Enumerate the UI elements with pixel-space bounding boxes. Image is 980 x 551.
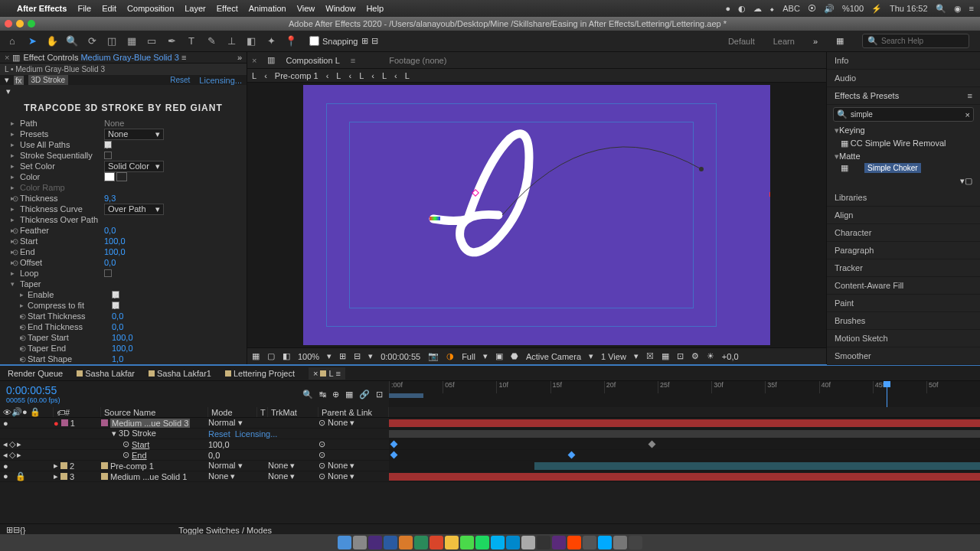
- spotlight-icon[interactable]: 🔍: [936, 4, 946, 14]
- timecode-display[interactable]: 0:00:00:55: [381, 352, 420, 361]
- tl-tool-icon[interactable]: ⊡: [376, 390, 383, 399]
- prop-checkbox[interactable]: ✓: [112, 302, 119, 309]
- stopwatch-icon[interactable]: ⊙: [122, 450, 129, 460]
- prev-kf-icon[interactable]: ◂: [3, 450, 8, 460]
- snapshot-icon[interactable]: 📷: [428, 351, 439, 361]
- vb-icon[interactable]: ☒: [646, 351, 654, 361]
- panel-effects-presets[interactable]: Effects & Presets: [835, 91, 899, 100]
- panel-tracker[interactable]: Tracker: [827, 259, 980, 277]
- close-tab-icon[interactable]: ×: [5, 53, 9, 62]
- vb-icon[interactable]: ⚙: [691, 351, 699, 361]
- resolution-select[interactable]: Full: [462, 352, 475, 361]
- layer-name[interactable]: Medium ...ue Solid 3: [110, 419, 190, 428]
- prop-name[interactable]: End: [132, 451, 147, 460]
- prop-value[interactable]: 100,0: [104, 236, 126, 246]
- snap-opt-icon[interactable]: ⊟: [371, 36, 378, 46]
- close-button[interactable]: [5, 20, 12, 28]
- alpha-icon[interactable]: ▦: [252, 351, 260, 361]
- tab-comp-active[interactable]: L: [328, 369, 333, 378]
- snapping-checkbox[interactable]: [309, 36, 319, 46]
- fx-badge-icon[interactable]: fx: [14, 76, 24, 85]
- ruler-tick[interactable]: 15f: [550, 381, 604, 393]
- view-layout[interactable]: 1 View: [601, 352, 626, 361]
- eye-icon[interactable]: 👁: [3, 408, 11, 417]
- siri-icon[interactable]: ◉: [954, 4, 962, 14]
- prop-checkbox[interactable]: [104, 152, 112, 159]
- search-help-input[interactable]: [881, 37, 964, 45]
- pickwhip-icon[interactable]: ⊙: [318, 471, 325, 481]
- licensing-link[interactable]: Licensing...: [199, 76, 242, 85]
- dock-app-icon[interactable]: [430, 536, 443, 549]
- workspace-learn[interactable]: Learn: [773, 37, 795, 46]
- composition-tab[interactable]: Composition L: [286, 56, 339, 65]
- footage-tab[interactable]: Footage (none): [389, 56, 446, 65]
- ruler-tick[interactable]: 35f: [765, 381, 818, 393]
- mode-select[interactable]: Normal ▾: [208, 418, 243, 427]
- ruler-tick[interactable]: :00f: [389, 381, 443, 393]
- volume-icon[interactable]: 🔊: [824, 4, 835, 14]
- workspace-switcher-icon[interactable]: ▦: [836, 36, 844, 46]
- parent-select[interactable]: None ▾: [328, 471, 354, 481]
- category-keying[interactable]: Keying: [839, 126, 865, 135]
- ruler-tick[interactable]: 50f: [926, 381, 980, 393]
- more-workspaces-icon[interactable]: »: [813, 37, 818, 46]
- tl-tool-icon[interactable]: 🔗: [359, 390, 370, 399]
- prop-name[interactable]: Start: [132, 440, 149, 449]
- exposure-value[interactable]: +0,0: [722, 352, 739, 361]
- dock-app-icon[interactable]: [353, 536, 367, 549]
- zoom-tool-icon[interactable]: 🔍: [64, 34, 80, 49]
- menu-effect[interactable]: Effect: [217, 4, 238, 13]
- lock-icon[interactable]: 🔒: [15, 471, 26, 481]
- workspace-default[interactable]: Default: [728, 37, 755, 46]
- comp-mini-icon[interactable]: ▥: [267, 55, 275, 65]
- apply-icon[interactable]: ▾▢: [960, 176, 972, 185]
- dock-app-icon[interactable]: [521, 536, 535, 549]
- reset-link[interactable]: Reset: [170, 76, 190, 84]
- trkmat-select[interactable]: None ▾: [268, 461, 295, 470]
- clear-icon[interactable]: ×: [965, 110, 970, 119]
- prop-value[interactable]: 0,0: [104, 226, 116, 235]
- panel-brushes[interactable]: Brushes: [827, 312, 980, 330]
- panel-menu-icon[interactable]: ≡: [968, 91, 972, 100]
- reset-link[interactable]: Reset: [208, 429, 230, 439]
- ruler-tick[interactable]: 45f: [873, 381, 926, 393]
- vb-icon[interactable]: ▦: [662, 351, 669, 361]
- panel-character[interactable]: Character: [827, 224, 980, 242]
- dock-ai-icon[interactable]: [399, 536, 413, 549]
- panel-smoother[interactable]: Smoother: [827, 347, 980, 365]
- licensing-link[interactable]: Licensing...: [235, 429, 278, 439]
- prop-value[interactable]: 0,0: [112, 322, 123, 331]
- app-name[interactable]: After Effects: [17, 4, 67, 13]
- status-icon[interactable]: ⬥: [769, 4, 775, 13]
- mode-select[interactable]: None ▾: [208, 471, 235, 481]
- orbit-tool-icon[interactable]: ⟳: [84, 34, 100, 49]
- composition-viewport[interactable]: [247, 83, 826, 347]
- breadcrumb-item[interactable]: L: [359, 71, 364, 80]
- preset-item[interactable]: CC Simple Wire Removal: [851, 139, 946, 148]
- hand-tool-icon[interactable]: ✋: [44, 34, 60, 49]
- next-kf-icon[interactable]: ▸: [17, 439, 21, 449]
- dock-app-icon[interactable]: [598, 536, 612, 549]
- next-kf-icon[interactable]: ▸: [17, 450, 21, 460]
- battery-icon[interactable]: ⚡: [871, 4, 882, 14]
- ruler-tick[interactable]: 05f: [443, 381, 496, 393]
- panel-menu-icon[interactable]: »: [237, 53, 242, 62]
- vb-icon[interactable]: ⊡: [677, 351, 684, 361]
- menu-help[interactable]: Help: [366, 4, 384, 13]
- speaker-icon[interactable]: 🔊: [11, 407, 22, 417]
- layer-handle[interactable]: [769, 192, 770, 197]
- twirl-icon[interactable]: ▾: [5, 75, 9, 85]
- project-tab-icon[interactable]: ▥: [12, 53, 20, 63]
- menu-window[interactable]: Window: [325, 4, 355, 13]
- color-swatch[interactable]: [104, 172, 115, 181]
- menu-composition[interactable]: Composition: [127, 4, 174, 13]
- effect-name[interactable]: 3D Stroke: [28, 75, 68, 85]
- color-mgmt-icon[interactable]: ◑: [446, 351, 454, 361]
- tl-tool-icon[interactable]: ▦: [345, 390, 353, 399]
- prop-value[interactable]: 0,0: [208, 451, 220, 460]
- prev-kf-icon[interactable]: ◂: [3, 439, 8, 449]
- dock-telegram-icon[interactable]: [506, 536, 520, 549]
- battery-status[interactable]: %100: [842, 4, 864, 13]
- effects-search-input[interactable]: [851, 110, 962, 119]
- stopwatch-icon[interactable]: ⊙: [122, 439, 129, 449]
